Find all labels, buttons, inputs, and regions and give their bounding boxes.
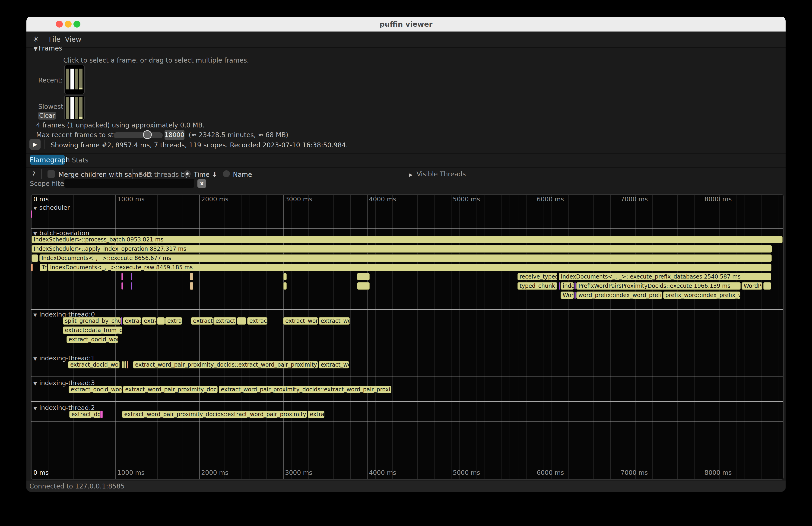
play-button[interactable]: ▶ — [29, 139, 41, 150]
frame-bar[interactable] — [75, 97, 78, 119]
frame-bar[interactable] — [70, 97, 74, 119]
scope-bar[interactable]: extract_doc — [69, 411, 100, 418]
help-button[interactable]: ? — [32, 170, 35, 178]
frame-bar[interactable] — [79, 69, 83, 89]
scope-bar[interactable]: WordPr — [742, 282, 763, 290]
scope-bar-small[interactable] — [121, 282, 123, 290]
scope-bar[interactable]: extract_word_pair_proximity_docids::extr… — [122, 411, 307, 418]
collapse-triangle-icon: ▼ — [33, 406, 37, 411]
frames-section-header[interactable]: ▼ Frames — [33, 44, 62, 52]
thread-name: indexing-thread:2 — [39, 404, 95, 411]
thread-header-indexing-thread:2[interactable]: ▼indexing-thread:2 — [33, 404, 95, 411]
scope-bar-small[interactable] — [190, 282, 193, 290]
scope-bar[interactable]: typed_chunk::w — [518, 282, 557, 290]
frame-bar[interactable] — [79, 97, 83, 119]
scope-bar-small[interactable] — [127, 361, 128, 368]
scope-bar-small[interactable] — [763, 282, 771, 290]
scope-bar-small[interactable] — [157, 317, 165, 325]
scope-bar-small[interactable] — [131, 273, 132, 280]
scope-bar-small[interactable] — [284, 273, 287, 280]
scope-bar[interactable]: extract_word_pair_proximity_docids::extr… — [133, 361, 318, 368]
scope-bar-small[interactable] — [131, 282, 132, 290]
scope-bar[interactable]: word_prefix::index_word_prefix_ — [576, 292, 662, 299]
scope-bar[interactable]: extract — [247, 317, 267, 325]
scope-bar[interactable]: Word — [561, 292, 574, 299]
thread-header-scheduler[interactable]: ▼scheduler — [33, 204, 70, 211]
frame-bar[interactable] — [66, 69, 69, 89]
flamegraph-canvas[interactable]: 0 ms1000 ms2000 ms3000 ms4000 ms5000 ms6… — [31, 194, 784, 480]
scope-bar-small[interactable] — [357, 282, 369, 290]
thread-header-indexing-thread:1[interactable]: ▼indexing-thread:1 — [33, 354, 95, 362]
sort-name-radio[interactable] — [223, 170, 230, 177]
scope-bar[interactable]: extract_word — [283, 317, 318, 325]
scope-bar[interactable]: extract_ — [214, 317, 236, 325]
scope-bar[interactable]: extract::data_from_ob — [63, 326, 122, 334]
scope-bar-small[interactable] — [121, 273, 123, 280]
scope-bar[interactable]: extract_docid_word — [68, 361, 119, 368]
scope-bar[interactable]: extrac — [165, 317, 182, 325]
sort-name-label[interactable]: Name — [233, 171, 252, 178]
merge-children-label[interactable]: Merge children with same ID — [58, 171, 151, 178]
scope-bar-small[interactable] — [122, 361, 124, 368]
max-frames-slider-handle[interactable] — [143, 130, 152, 139]
clear-frames-button[interactable]: Clear — [38, 112, 56, 120]
scope-bar-small[interactable] — [125, 361, 126, 368]
scope-filter-input[interactable] — [64, 179, 194, 188]
frame-bar[interactable] — [75, 69, 78, 89]
thread-header-batch-operation[interactable]: ▼batch-operation — [33, 230, 89, 237]
scope-bar[interactable]: PrefixWordPairsProximityDocids::execute … — [576, 282, 741, 290]
scope-bar[interactable]: index — [561, 282, 574, 290]
scope-bar-small[interactable] — [357, 273, 369, 280]
scope-bar-small[interactable] — [559, 282, 560, 290]
scope-bar[interactable]: extract_word_pair_proximity_docids::extr… — [219, 386, 391, 393]
clear-filter-button[interactable]: x — [198, 179, 206, 188]
scope-bar[interactable]: split_grenad_by_chun — [63, 317, 121, 325]
thread-header-indexing-thread:0[interactable]: ▼indexing-thread:0 — [33, 311, 95, 318]
scope-bar[interactable]: extract — [123, 317, 141, 325]
scope-bar[interactable]: IndexDocuments<_, _>::execute_raw 8459.1… — [48, 264, 771, 271]
axis-tick-label: 4000 ms — [369, 469, 396, 476]
title-bar[interactable]: puffin viewer — [26, 17, 786, 31]
scope-bar[interactable]: receive_typed_ — [518, 273, 557, 280]
scope-bar-small[interactable] — [284, 282, 287, 290]
scope-bar-small[interactable] — [190, 273, 193, 280]
visible-threads-header[interactable]: ▶ Visible Threads — [409, 170, 466, 178]
menu-view[interactable]: View — [65, 31, 81, 47]
thread-header-indexing-thread:3[interactable]: ▼indexing-thread:3 — [33, 379, 95, 386]
scope-bar[interactable]: extra — [142, 317, 156, 325]
scope-bar-small[interactable] — [575, 282, 576, 290]
tab-stats[interactable]: Stats — [72, 157, 88, 164]
scope-bar-small[interactable] — [237, 317, 246, 325]
scope-bar-small[interactable] — [31, 264, 33, 271]
scope-bar[interactable]: extract_ — [191, 317, 213, 325]
scope-bar[interactable]: extract_word_pair_proximity_docids — [123, 386, 218, 393]
scope-bar-small[interactable] — [575, 292, 576, 299]
sort-time-radio[interactable] — [184, 170, 191, 177]
scope-bar-small[interactable] — [31, 254, 38, 262]
max-frames-slider-track[interactable] — [114, 132, 163, 138]
slowest-frames-thumbnail[interactable] — [64, 96, 85, 120]
tab-flamegraph[interactable]: Flamegraph — [30, 155, 65, 165]
scope-bar[interactable]: IndexDocuments<_, _>::execute 8656.677 m… — [39, 254, 772, 262]
frame-bar[interactable] — [70, 69, 74, 89]
scope-bar[interactable]: Trans — [40, 264, 47, 271]
thread-section-separator — [31, 229, 783, 229]
scope-bar[interactable]: IndexScheduler>::apply_index_operation 8… — [31, 245, 772, 252]
merge-children-checkbox[interactable] — [47, 170, 55, 178]
scope-bar[interactable]: IndexDocuments<_, _>::execute_prefix_dat… — [559, 273, 771, 280]
sort-direction-arrow-icon[interactable]: ⬇ — [212, 171, 217, 178]
frame-bar[interactable] — [66, 97, 69, 119]
scope-bar-small[interactable] — [31, 210, 32, 218]
scope-bar[interactable]: IndexScheduler>::process_batch 8953.821 … — [31, 236, 783, 243]
scope-bar[interactable]: extract_wo — [319, 317, 350, 325]
max-frames-value[interactable]: 18000 — [164, 130, 185, 140]
scope-bar[interactable]: extrac — [308, 411, 324, 418]
scope-bar[interactable]: extract_docid_word — [67, 336, 118, 343]
scope-bar-small[interactable] — [121, 317, 122, 325]
scope-bar[interactable]: prefix_word::index_prefix_wo — [663, 292, 740, 299]
scope-bar[interactable]: extract_docid_word — [69, 386, 122, 393]
sort-time-label[interactable]: Time — [194, 171, 210, 178]
recent-frames-thumbnail[interactable] — [64, 65, 85, 94]
scope-bar[interactable]: extract_wo — [319, 361, 349, 368]
scope-bar-small[interactable] — [100, 411, 103, 418]
